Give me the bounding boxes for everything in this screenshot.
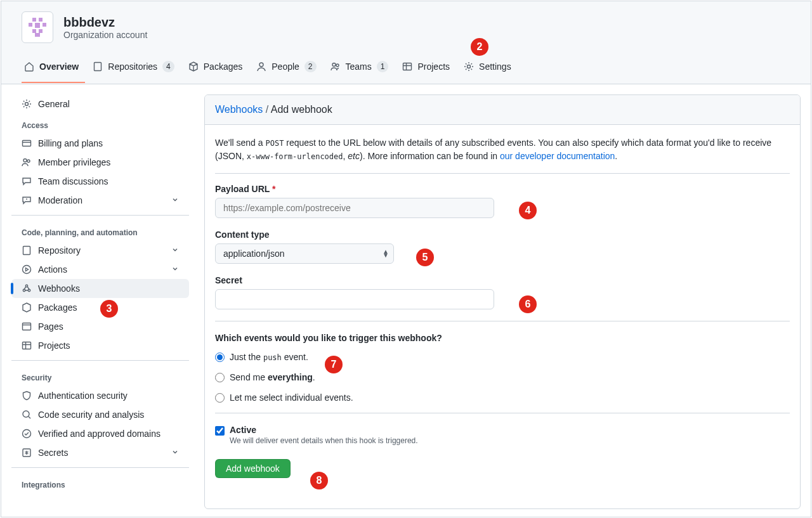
sidebar-item-label: Verified and approved domains — [38, 429, 160, 439]
tab-label: Packages — [204, 62, 242, 72]
radio-input[interactable] — [215, 353, 225, 362]
add-webhook-button[interactable]: Add webhook — [215, 459, 291, 478]
tab-settings[interactable]: Settings — [461, 56, 518, 83]
sidebar-item-label: Code security and analysis — [38, 410, 144, 420]
repo-icon — [93, 62, 103, 72]
sidebar-item-general[interactable]: General — [11, 94, 189, 113]
tab-label: Overview — [39, 62, 79, 72]
sidebar-item-label: General — [38, 99, 70, 109]
sidebar-item-code-security[interactable]: Code security and analysis — [11, 405, 189, 424]
sidebar-item-team-discussions[interactable]: Team discussions — [11, 172, 189, 191]
codescan-icon — [22, 410, 32, 420]
radio-label: Let me select individual events. — [230, 392, 353, 403]
tab-people[interactable]: People 2 — [254, 56, 322, 84]
tab-label: Projects — [417, 62, 450, 72]
radio-label: Send me everything. — [230, 372, 315, 382]
svg-point-26 — [23, 430, 31, 438]
verified-icon — [22, 429, 32, 439]
svg-point-17 — [27, 160, 30, 162]
radio-input[interactable] — [215, 393, 225, 403]
svg-rect-5 — [32, 29, 36, 33]
tab-projects[interactable]: Projects — [400, 56, 456, 83]
tab-repositories[interactable]: Repositories 4 — [90, 56, 181, 84]
intro-text: We'll send a POST request to the URL bel… — [215, 136, 790, 174]
annotation-badge: 4 — [519, 202, 537, 219]
svg-rect-6 — [39, 29, 43, 33]
sidebar-item-repository[interactable]: Repository — [11, 241, 189, 260]
sidebar-item-label: Packages — [38, 302, 77, 313]
chevron-down-icon — [171, 245, 179, 256]
active-label: Active — [230, 425, 418, 435]
org-logo-icon — [27, 16, 48, 38]
package-icon — [188, 62, 199, 72]
person-icon — [256, 62, 266, 72]
content-type-select[interactable]: application/json — [215, 243, 394, 264]
radio-just-push[interactable]: Just the push event. — [215, 352, 790, 362]
svg-rect-4 — [43, 23, 46, 27]
secret-input[interactable] — [215, 289, 494, 309]
svg-rect-3 — [35, 23, 40, 28]
radio-input[interactable] — [215, 373, 225, 382]
sidebar-item-billing[interactable]: Billing and plans — [11, 134, 189, 153]
svg-point-21 — [28, 289, 30, 291]
org-subtitle: Organization account — [63, 30, 147, 40]
table-icon — [22, 340, 32, 351]
svg-point-16 — [23, 159, 27, 162]
annotation-badge: 5 — [416, 249, 434, 266]
svg-point-9 — [259, 63, 263, 67]
main-panel: Webhooks / Add webhook We'll send a POST… — [204, 94, 801, 509]
sidebar-heading-code: Code, planning, and automation — [11, 221, 189, 241]
tab-label: Settings — [479, 62, 511, 72]
tab-label: Teams — [346, 62, 372, 72]
sidebar-item-projects[interactable]: Projects — [11, 336, 189, 355]
svg-point-22 — [25, 285, 27, 287]
sidebar-item-verified-domains[interactable]: Verified and approved domains — [11, 424, 189, 443]
sidebar-item-label: Moderation — [38, 195, 82, 205]
play-icon — [22, 264, 32, 275]
sidebar-item-secrets[interactable]: Secrets — [11, 443, 189, 462]
sidebar-item-actions[interactable]: Actions — [11, 260, 189, 279]
sidebar-heading-integrations: Integrations — [11, 473, 189, 493]
svg-rect-7 — [35, 33, 40, 37]
people-icon — [22, 157, 32, 167]
tab-overview[interactable]: Overview — [22, 56, 85, 83]
annotation-badge: 2 — [471, 38, 488, 56]
chevron-down-icon — [171, 448, 179, 458]
gear-icon — [464, 62, 474, 72]
sidebar-heading-access: Access — [11, 113, 189, 134]
tab-packages[interactable]: Packages — [186, 56, 249, 83]
sidebar-item-label: Secrets — [38, 448, 68, 458]
svg-point-13 — [468, 65, 471, 68]
svg-point-11 — [336, 64, 339, 67]
annotation-badge: 8 — [310, 472, 328, 489]
org-name: bbbdevz — [63, 15, 147, 30]
svg-rect-0 — [32, 18, 36, 22]
payload-url-input[interactable] — [215, 198, 494, 218]
sidebar-item-label: Team discussions — [38, 176, 108, 186]
radio-individual[interactable]: Let me select individual events. — [215, 392, 790, 403]
secret-label: Secret — [215, 275, 790, 285]
org-avatar — [22, 11, 53, 43]
sidebar-item-pages[interactable]: Pages — [11, 317, 189, 336]
sidebar-item-member-privileges[interactable]: Member privileges — [11, 153, 189, 172]
comment-icon — [22, 176, 32, 186]
tab-teams[interactable]: Teams 1 — [328, 56, 395, 84]
sidebar-item-auth-security[interactable]: Authentication security — [11, 386, 189, 405]
svg-rect-8 — [95, 63, 102, 71]
active-checkbox[interactable] — [215, 426, 225, 436]
repo-icon — [22, 245, 32, 256]
sidebar-item-webhooks[interactable]: Webhooks — [11, 279, 189, 298]
sidebar-item-label: Authentication security — [38, 391, 128, 401]
nav-tabs: Overview Repositories 4 Packages People … — [22, 56, 790, 84]
browser-icon — [22, 321, 32, 332]
report-icon — [22, 195, 32, 205]
svg-rect-2 — [29, 23, 32, 27]
breadcrumb-parent[interactable]: Webhooks — [215, 104, 263, 115]
chevron-down-icon — [171, 264, 179, 275]
payload-url-label: Payload URL * — [215, 184, 790, 194]
sidebar-item-label: Projects — [38, 340, 70, 351]
radio-everything[interactable]: Send me everything. — [215, 372, 790, 382]
docs-link[interactable]: our developer documentation — [500, 151, 615, 161]
org-header-region: bbbdevz Organization account Overview Re… — [1, 1, 811, 84]
sidebar-item-moderation[interactable]: Moderation — [11, 191, 189, 210]
